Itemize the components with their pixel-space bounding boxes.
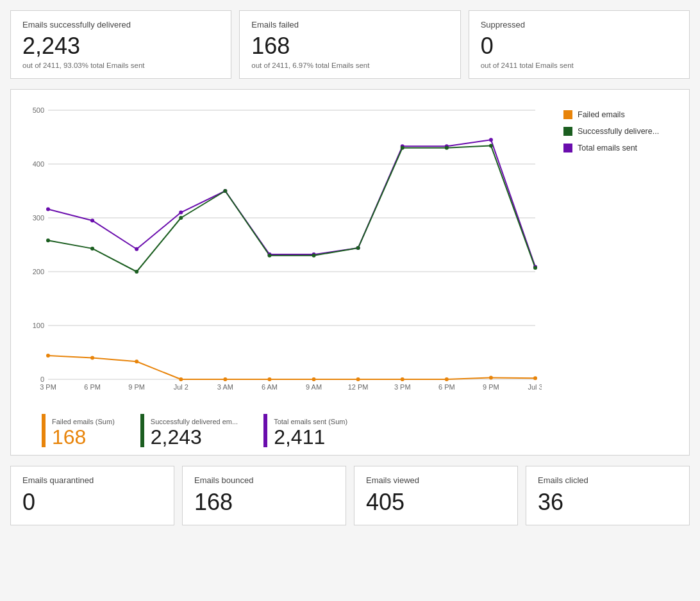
svg-point-47 bbox=[533, 266, 537, 270]
summary-bar-failed bbox=[42, 414, 46, 447]
svg-point-59 bbox=[533, 376, 537, 380]
svg-point-36 bbox=[46, 238, 50, 242]
kpi-card-viewed: Emails viewed 405 bbox=[354, 466, 518, 525]
legend-item-total: Total emails sent bbox=[563, 144, 676, 152]
kpi-card-delivered: Emails successfully delivered 2,243 out … bbox=[10, 10, 231, 79]
kpi-value-failed: 168 bbox=[251, 33, 448, 59]
svg-text:9 PM: 9 PM bbox=[483, 383, 499, 391]
dashboard: Emails successfully delivered 2,243 out … bbox=[0, 0, 700, 536]
summary-bar-total bbox=[263, 414, 267, 447]
summary-item-total: Total emails sent (Sum) 2,411 bbox=[263, 414, 347, 447]
kpi-sub-failed: out of 2411, 6.97% total Emails sent bbox=[251, 62, 448, 69]
svg-point-38 bbox=[135, 270, 138, 274]
summary-value-delivered: 2,243 bbox=[151, 427, 238, 447]
kpi-row-bottom: Emails quarantined 0 Emails bounced 168 … bbox=[10, 466, 690, 525]
kpi-value-bounced: 168 bbox=[194, 489, 334, 516]
legend-label-failed: Failed emails bbox=[578, 110, 625, 119]
legend-color-total bbox=[563, 144, 572, 152]
svg-point-58 bbox=[489, 375, 493, 379]
svg-point-52 bbox=[223, 377, 227, 381]
kpi-title-failed: Emails failed bbox=[251, 20, 448, 29]
kpi-value-delivered: 2,243 bbox=[22, 33, 219, 59]
svg-point-39 bbox=[179, 216, 183, 220]
svg-text:3 PM: 3 PM bbox=[40, 383, 56, 391]
chart-area: 01002003004005003 PM6 PM9 PMJul 23 AM6 A… bbox=[16, 97, 556, 408]
chart-container: 01002003004005003 PM6 PM9 PMJul 23 AM6 A… bbox=[16, 97, 684, 408]
kpi-title-bounced: Emails bounced bbox=[194, 475, 334, 485]
summary-item-delivered: Successfully delivered em... 2,243 bbox=[140, 414, 238, 447]
legend-item-delivered: Successfully delivere... bbox=[563, 127, 676, 136]
summary-label-total: Total emails sent (Sum) bbox=[274, 418, 347, 425]
summary-text-delivered: Successfully delivered em... 2,243 bbox=[151, 418, 238, 447]
summary-label-delivered: Successfully delivered em... bbox=[151, 418, 238, 425]
svg-point-37 bbox=[90, 246, 94, 250]
kpi-title-clicked: Emails clicled bbox=[538, 475, 678, 485]
svg-text:200: 200 bbox=[33, 268, 44, 276]
svg-point-55 bbox=[356, 377, 360, 381]
kpi-value-viewed: 405 bbox=[366, 489, 506, 516]
svg-text:100: 100 bbox=[33, 322, 44, 329]
kpi-title-quarantined: Emails quarantined bbox=[22, 475, 162, 485]
svg-point-53 bbox=[267, 377, 271, 381]
legend-label-total: Total emails sent bbox=[578, 144, 637, 152]
svg-point-44 bbox=[401, 145, 404, 149]
summary-text-total: Total emails sent (Sum) 2,411 bbox=[274, 418, 347, 447]
svg-point-41 bbox=[267, 253, 271, 257]
svg-point-45 bbox=[445, 145, 449, 149]
chart-section: 01002003004005003 PM6 PM9 PMJul 23 AM6 A… bbox=[10, 89, 690, 456]
svg-text:0: 0 bbox=[40, 375, 44, 383]
svg-text:300: 300 bbox=[33, 214, 44, 222]
kpi-title-delivered: Emails successfully delivered bbox=[22, 20, 219, 29]
svg-point-54 bbox=[312, 377, 316, 381]
svg-point-25 bbox=[90, 218, 94, 222]
svg-point-42 bbox=[312, 253, 316, 257]
svg-point-24 bbox=[46, 207, 50, 211]
kpi-title-suppressed: Suppressed bbox=[481, 20, 678, 29]
svg-text:Jul 3: Jul 3 bbox=[528, 383, 542, 391]
svg-text:400: 400 bbox=[33, 160, 44, 168]
svg-point-51 bbox=[179, 377, 183, 381]
svg-text:500: 500 bbox=[33, 106, 44, 114]
legend-color-delivered bbox=[563, 127, 572, 136]
svg-text:Jul 2: Jul 2 bbox=[174, 383, 188, 391]
svg-point-34 bbox=[489, 138, 493, 142]
svg-point-46 bbox=[489, 144, 493, 147]
svg-point-50 bbox=[135, 359, 138, 363]
summary-text-failed: Failed emails (Sum) 168 bbox=[52, 418, 115, 447]
kpi-value-suppressed: 0 bbox=[481, 33, 678, 59]
svg-point-27 bbox=[179, 210, 183, 214]
summary-value-total: 2,411 bbox=[274, 427, 347, 447]
legend-item-failed: Failed emails bbox=[563, 110, 676, 119]
line-chart-svg: 01002003004005003 PM6 PM9 PMJul 23 AM6 A… bbox=[16, 97, 542, 405]
summary-bar-delivered bbox=[140, 414, 144, 447]
legend-label-delivered: Successfully delivere... bbox=[578, 127, 659, 136]
svg-point-40 bbox=[223, 189, 227, 193]
svg-text:6 PM: 6 PM bbox=[84, 383, 101, 391]
svg-point-49 bbox=[90, 356, 94, 359]
svg-text:6 AM: 6 AM bbox=[262, 383, 278, 391]
svg-point-56 bbox=[401, 377, 404, 381]
svg-text:9 AM: 9 AM bbox=[306, 383, 322, 391]
legend-color-failed bbox=[563, 110, 572, 119]
chart-legend: Failed emails Successfully delivere... T… bbox=[556, 97, 684, 408]
kpi-sub-delivered: out of 2411, 93.03% total Emails sent bbox=[22, 62, 219, 69]
kpi-card-quarantined: Emails quarantined 0 bbox=[10, 466, 174, 525]
kpi-card-clicked: Emails clicled 36 bbox=[526, 466, 690, 525]
svg-text:6 PM: 6 PM bbox=[438, 383, 455, 391]
kpi-value-quarantined: 0 bbox=[22, 489, 162, 516]
svg-text:3 AM: 3 AM bbox=[217, 383, 233, 391]
kpi-title-viewed: Emails viewed bbox=[366, 475, 506, 485]
kpi-value-clicked: 36 bbox=[538, 489, 678, 516]
svg-point-48 bbox=[46, 354, 50, 358]
svg-text:3 PM: 3 PM bbox=[394, 383, 411, 391]
kpi-card-failed: Emails failed 168 out of 2411, 6.97% tot… bbox=[239, 10, 460, 79]
svg-point-57 bbox=[445, 377, 449, 381]
kpi-card-bounced: Emails bounced 168 bbox=[182, 466, 346, 525]
summary-label-failed: Failed emails (Sum) bbox=[52, 418, 115, 425]
svg-text:9 PM: 9 PM bbox=[128, 383, 145, 391]
chart-summary: Failed emails (Sum) 168 Successfully del… bbox=[16, 408, 684, 455]
svg-text:12 PM: 12 PM bbox=[348, 383, 369, 391]
kpi-sub-suppressed: out of 2411 total Emails sent bbox=[481, 62, 678, 69]
summary-item-failed: Failed emails (Sum) 168 bbox=[42, 414, 115, 447]
svg-point-26 bbox=[135, 247, 138, 251]
